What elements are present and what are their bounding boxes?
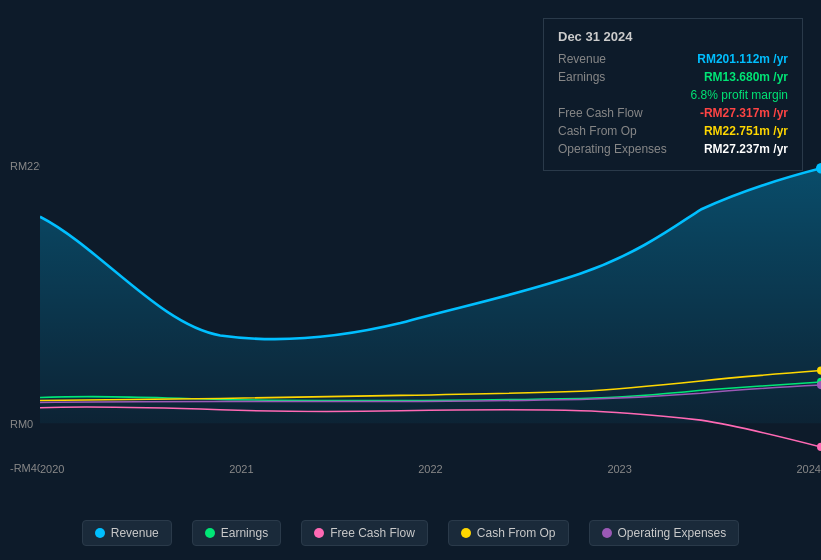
tooltip-label-revenue: Revenue <box>558 52 678 66</box>
tooltip-value-cashop: RM22.751m /yr <box>704 124 788 138</box>
x-axis-labels: 2020 2021 2022 2023 2024 <box>40 463 821 475</box>
tooltip-value-fcf: -RM27.317m /yr <box>700 106 788 120</box>
tooltip-label-earnings: Earnings <box>558 70 678 84</box>
chart-legend: Revenue Earnings Free Cash Flow Cash Fro… <box>0 520 821 546</box>
chart-svg <box>40 160 821 480</box>
legend-item-revenue[interactable]: Revenue <box>82 520 172 546</box>
legend-label-revenue: Revenue <box>111 526 159 540</box>
legend-item-earnings[interactable]: Earnings <box>192 520 281 546</box>
tooltip-label-cashop: Cash From Op <box>558 124 678 138</box>
legend-label-cashop: Cash From Op <box>477 526 556 540</box>
tooltip-value-opex: RM27.237m /yr <box>704 142 788 156</box>
x-label-2023: 2023 <box>607 463 631 475</box>
tooltip-label-opex: Operating Expenses <box>558 142 678 156</box>
tooltip-row-opex: Operating Expenses RM27.237m /yr <box>558 142 788 156</box>
legend-dot-revenue <box>95 528 105 538</box>
legend-item-fcf[interactable]: Free Cash Flow <box>301 520 428 546</box>
legend-label-earnings: Earnings <box>221 526 268 540</box>
legend-label-opex: Operating Expenses <box>618 526 727 540</box>
tooltip: Dec 31 2024 Revenue RM201.112m /yr Earni… <box>543 18 803 171</box>
tooltip-row-earnings: Earnings RM13.680m /yr <box>558 70 788 84</box>
x-label-2020: 2020 <box>40 463 64 475</box>
tooltip-value-earnings: RM13.680m /yr <box>704 70 788 84</box>
tooltip-label-fcf: Free Cash Flow <box>558 106 678 120</box>
tooltip-date: Dec 31 2024 <box>558 29 788 44</box>
legend-item-cashop[interactable]: Cash From Op <box>448 520 569 546</box>
y-label-mid: RM0 <box>10 418 33 430</box>
x-label-2022: 2022 <box>418 463 442 475</box>
legend-dot-opex <box>602 528 612 538</box>
legend-item-opex[interactable]: Operating Expenses <box>589 520 740 546</box>
legend-dot-earnings <box>205 528 215 538</box>
tooltip-row-margin: 6.8% profit margin <box>558 88 788 102</box>
legend-dot-fcf <box>314 528 324 538</box>
tooltip-row-revenue: Revenue RM201.112m /yr <box>558 52 788 66</box>
legend-dot-cashop <box>461 528 471 538</box>
x-label-2024: 2024 <box>797 463 821 475</box>
legend-label-fcf: Free Cash Flow <box>330 526 415 540</box>
tooltip-row-cashop: Cash From Op RM22.751m /yr <box>558 124 788 138</box>
tooltip-value-revenue: RM201.112m /yr <box>697 52 788 66</box>
tooltip-row-fcf: Free Cash Flow -RM27.317m /yr <box>558 106 788 120</box>
tooltip-profit-margin: 6.8% profit margin <box>691 88 788 102</box>
x-label-2021: 2021 <box>229 463 253 475</box>
